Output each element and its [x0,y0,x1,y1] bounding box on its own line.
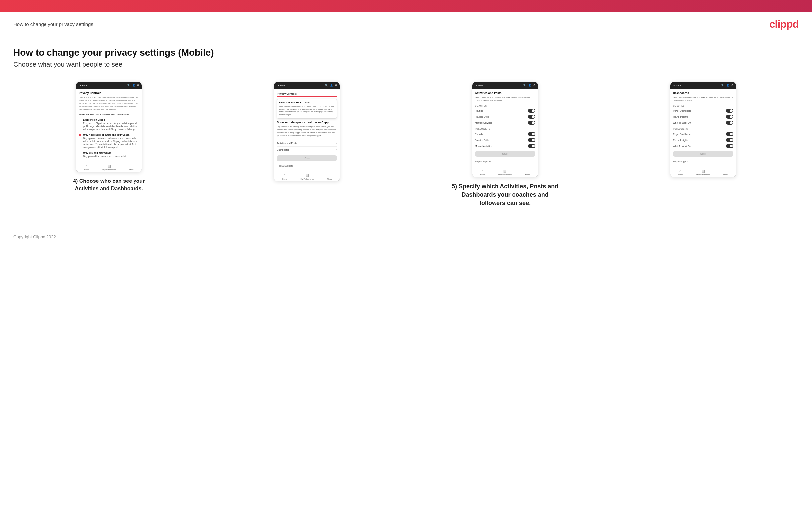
performance-icon-3: ▤ [503,169,507,173]
mockup-group-1: ‹ < Back 🔍 👤 ⚙ Privacy Controls Control … [13,81,205,192]
privacy-controls-desc: Control how you and your data appears to… [79,96,139,111]
back-button-3[interactable]: ‹ < Back [475,84,484,87]
toggle-followers-what-to-work-switch[interactable] [726,144,733,148]
toggle-coaches-player-dash-switch[interactable] [726,109,733,113]
radio-circle-everyone [79,119,81,121]
phone-nav-1: ‹ < Back 🔍 👤 ⚙ [76,82,142,89]
radio-text-only-you: Only You and Your Coach Only you and the… [83,151,127,158]
bottom-nav-home-3[interactable]: ⌂ Home [480,169,485,175]
menu-icon: ☰ [129,164,134,168]
bottom-nav-performance-1[interactable]: ▤ My Performance [102,164,115,171]
back-chevron-icon-2: ‹ [276,84,277,87]
bottom-nav-performance-3[interactable]: ▤ My Performance [499,169,512,175]
main-content: How to change your privacy settings (Mob… [0,34,812,228]
save-button-2[interactable]: Save [276,155,337,161]
phone-nav-3: ‹ < Back 🔍 👤 ⚙ [472,82,538,89]
performance-icon-2: ▤ [305,173,309,177]
toggle-followers-manual-switch[interactable] [528,144,536,148]
phone-screen-4: ‹ < Back 🔍 👤 ⚙ Dashboards Select the das… [670,81,736,177]
who-can-see-label: Who Can See Your Activities and Dashboar… [79,113,139,116]
radio-text-approved: Only Approved Followers and Your Coach O… [83,133,139,149]
home-icon-4: ⌂ [678,169,683,173]
search-icon-4[interactable]: 🔍 [721,84,724,87]
popup-text: Only you and the coaches you connect wit… [279,105,335,116]
page-heading: How to change your privacy settings (Mob… [13,48,799,58]
phone-screen-1: ‹ < Back 🔍 👤 ⚙ Privacy Controls Control … [76,81,142,172]
privacy-controls-title: Privacy Controls [79,91,139,95]
phone-nav-icons-4: 🔍 👤 ⚙ [721,84,733,87]
toggle-coaches-rounds-switch[interactable] [528,109,536,113]
back-chevron-icon-3: ‹ [475,84,475,87]
search-icon-3[interactable]: 🔍 [523,84,526,87]
toggle-followers-player-dash-switch[interactable] [726,132,733,136]
phone-body-4: Dashboards Select the dashboards that yo… [670,89,736,167]
back-chevron-icon-4: ‹ [673,84,673,87]
bottom-nav-home-4[interactable]: ⌂ Home [678,169,683,175]
toggle-followers-round-insights-switch[interactable] [726,138,733,142]
bottom-nav-home-2[interactable]: ⌂ Home [282,173,287,180]
toggle-followers-round-insights: Round Insights [673,137,733,143]
radio-approved[interactable]: Only Approved Followers and Your Coach O… [79,132,139,150]
bottom-nav-menu-4[interactable]: ☰ Menu [723,169,728,175]
profile-icon[interactable]: 👤 [132,84,135,87]
bottom-nav-menu-1[interactable]: ☰ Menu [129,164,134,171]
toggle-coaches-rounds: Rounds [475,108,536,114]
toggle-followers-rounds-switch[interactable] [528,132,536,136]
toggle-followers-what-to-work: What To Work On [673,143,733,149]
coaches-label-3: COACHES [475,105,536,107]
toggle-coaches-what-to-work-switch[interactable] [726,121,733,125]
settings-icon-3[interactable]: ⚙ [534,84,536,87]
back-chevron-icon: ‹ [79,84,80,87]
home-icon: ⌂ [84,164,89,168]
settings-icon[interactable]: ⚙ [137,84,139,87]
radio-circle-only-you [79,152,81,154]
profile-icon-4[interactable]: 👤 [726,84,729,87]
search-icon-2[interactable]: 🔍 [325,84,328,87]
radio-text-everyone: Everyone on Clippd Everyone on Clippd ca… [83,118,139,131]
menu-icon-3: ☰ [525,169,530,173]
settings-icon-2[interactable]: ⚙ [335,84,337,87]
phone-nav-icons-1: 🔍 👤 ⚙ [127,84,139,87]
back-button-1[interactable]: ‹ < Back [79,84,87,87]
phone-screen-3: ‹ < Back 🔍 👤 ⚙ Activities and Posts Sele… [472,81,538,177]
bottom-nav-performance-2[interactable]: ▤ My Performance [301,173,314,180]
breadcrumb: How to change your privacy settings [13,21,93,27]
toggle-coaches-drills-switch[interactable] [528,115,536,119]
toggle-followers-drills: Practice Drills [475,137,536,143]
bottom-nav-home-1[interactable]: ⌂ Home [84,164,89,171]
radio-everyone[interactable]: Everyone on Clippd Everyone on Clippd ca… [79,117,139,132]
arrow-icon: › [337,142,338,145]
toggle-followers-drills-switch[interactable] [528,138,536,142]
followers-label-4: FOLLOWERS [673,128,733,130]
phone-bottom-nav-2: ⌂ Home ▤ My Performance ☰ Menu [274,171,340,181]
mockup-group-2: ‹ < Back 🔍 👤 ⚙ Privacy Controls [211,81,403,181]
menu-icon-2: ☰ [327,173,332,177]
settings-icon-4[interactable]: ⚙ [731,84,733,87]
phone-nav-2: ‹ < Back 🔍 👤 ⚙ [274,82,340,89]
toggle-coaches-round-insights-switch[interactable] [726,115,733,119]
home-icon-3: ⌂ [480,169,485,173]
toggle-coaches-manual-switch[interactable] [528,121,536,125]
toggle-coaches-drills: Practice Drills [475,114,536,120]
mockup-group-4: ‹ < Back 🔍 👤 ⚙ Dashboards Select the das… [607,81,799,177]
phone-nav-icons-2: 🔍 👤 ⚙ [325,84,337,87]
profile-icon-3[interactable]: 👤 [528,84,531,87]
radio-only-you[interactable]: Only You and Your Coach Only you and the… [79,150,139,159]
profile-icon-2[interactable]: 👤 [330,84,333,87]
bottom-nav-menu-2[interactable]: ☰ Menu [327,173,332,180]
back-button-2[interactable]: ‹ < Back [276,84,285,87]
bottom-nav-menu-3[interactable]: ☰ Menu [525,169,530,175]
toggle-followers-player-dash: Player Dashboard [673,131,733,137]
bottom-nav-performance-4[interactable]: ▤ My Performance [697,169,710,175]
radio-circle-approved [79,134,81,136]
save-button-3[interactable]: Save [475,151,536,157]
toggle-coaches-manual: Manual Activities [475,120,536,126]
dashboards-item[interactable]: Dashboards › [276,147,337,153]
show-hide-text: Regardless of the privacy controls that … [276,125,337,137]
search-icon[interactable]: 🔍 [127,84,130,87]
back-button-4[interactable]: ‹ < Back [673,84,681,87]
save-button-4[interactable]: Save [673,151,733,157]
activities-posts-item[interactable]: Activities and Posts › [276,140,337,147]
phone-body-3: Activities and Posts Select the types of… [472,89,538,167]
phone-bottom-nav-3: ⌂ Home ▤ My Performance ☰ Menu [472,167,538,177]
